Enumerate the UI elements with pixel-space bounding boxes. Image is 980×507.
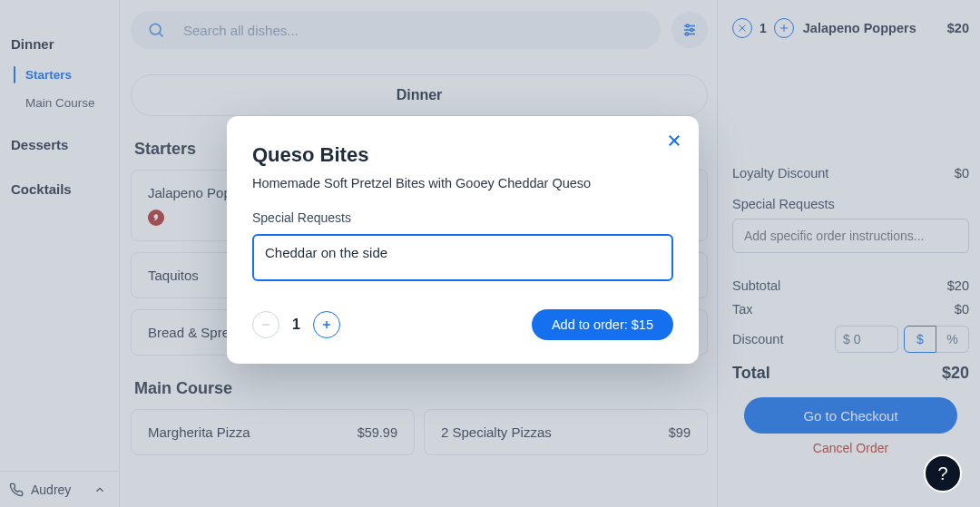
modal-qty-increment-button[interactable] (313, 311, 340, 338)
modal-qty-value: 1 (292, 317, 300, 333)
help-icon: ? (937, 463, 947, 484)
modal-footer: 1 Add to order: $15 (252, 309, 673, 340)
close-modal-button[interactable] (666, 132, 682, 149)
modal-qty-decrement-button[interactable] (252, 311, 279, 338)
dish-modal: Queso Bites Homemade Soft Pretzel Bites … (227, 116, 699, 364)
modal-title: Queso Bites (252, 143, 673, 167)
modal-special-label: Special Requests (252, 210, 673, 225)
modal-description: Homemade Soft Pretzel Bites with Gooey C… (252, 176, 673, 190)
modal-special-input[interactable] (252, 234, 673, 281)
help-button[interactable]: ? (924, 454, 962, 492)
add-to-order-button[interactable]: Add to order: $15 (532, 309, 673, 340)
